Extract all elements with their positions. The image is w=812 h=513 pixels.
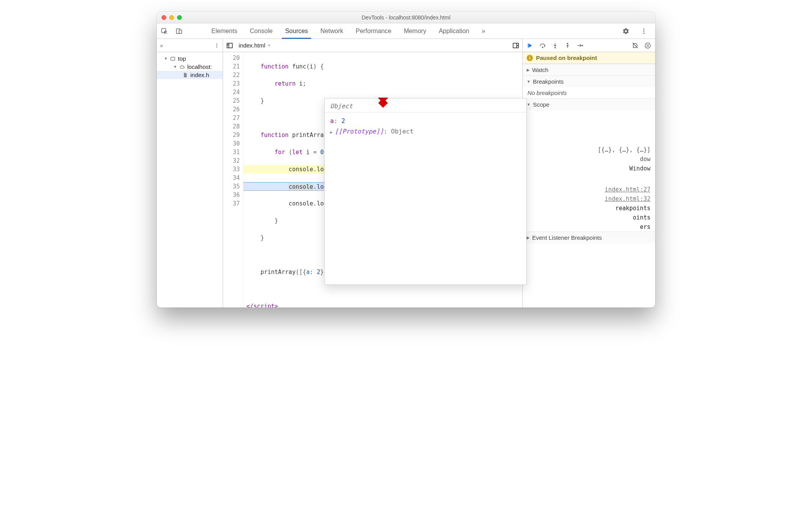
- scope-pane-header[interactable]: ▼ Scope: [523, 98, 655, 110]
- hover-prototype-row[interactable]: ▶[[Prototype]]: Object: [330, 126, 521, 137]
- disclosure-icon: ▼: [527, 102, 531, 107]
- svg-point-3: [643, 28, 645, 30]
- svg-rect-19: [648, 44, 649, 47]
- disclosure-icon: ▼: [164, 56, 168, 61]
- tree-label: top: [178, 55, 186, 62]
- scope-row[interactable]: [{…}, {…}, {…}]: [523, 145, 655, 155]
- svg-point-4: [643, 30, 645, 32]
- paused-banner-text: Paused on breakpoint: [536, 54, 597, 61]
- tabs-overflow-button[interactable]: »: [475, 23, 491, 39]
- devtools-tabbar: Elements Console Sources Network Perform…: [157, 23, 655, 39]
- scope-row[interactable]: dow: [523, 155, 655, 164]
- navigator-more-icon[interactable]: [214, 43, 220, 48]
- tree-origin[interactable]: ▼ localhost:: [157, 63, 223, 71]
- hover-property-row[interactable]: a: 2: [330, 116, 521, 126]
- deactivate-breakpoints-icon[interactable]: [632, 42, 639, 49]
- show-debugger-icon[interactable]: [512, 42, 519, 49]
- svg-point-16: [582, 45, 583, 46]
- disclosure-icon: ▼: [527, 79, 531, 84]
- cloud-icon: [179, 64, 185, 70]
- watch-pane-header[interactable]: ▶ Watch: [523, 64, 655, 76]
- svg-point-17: [645, 43, 650, 48]
- svg-point-8: [216, 46, 217, 47]
- tab-memory[interactable]: Memory: [397, 23, 432, 39]
- close-tab-icon[interactable]: ×: [267, 42, 271, 48]
- pane-title: Breakpoints: [533, 78, 564, 85]
- navigator-overflow-button[interactable]: »: [160, 42, 163, 49]
- scope-value: [{…}, {…}, {…}]: [598, 146, 650, 153]
- pane-title: Event Listener Breakpoints: [532, 234, 602, 241]
- hover-key: a: [330, 117, 334, 125]
- tab-application[interactable]: Application: [432, 23, 475, 39]
- devtools-window: DevTools - localhost:8080/index.html Ele…: [157, 12, 655, 307]
- device-toolbar-icon[interactable]: [172, 23, 186, 39]
- inspect-element-icon[interactable]: [157, 23, 172, 39]
- hover-value: 2: [341, 117, 345, 125]
- svg-rect-9: [171, 57, 175, 60]
- svg-point-7: [216, 45, 217, 46]
- scope-pane-body: [{…}, {…}, {…}] dow Window index.html:27…: [523, 110, 655, 232]
- hover-proto-value: Object: [391, 128, 414, 135]
- step-out-icon[interactable]: [564, 42, 571, 49]
- tab-network[interactable]: Network: [314, 23, 350, 39]
- devtools-tabbar-right: [619, 23, 655, 39]
- svg-rect-12: [528, 43, 529, 47]
- window-title: DevTools - localhost:8080/index.html: [157, 14, 655, 21]
- breakpoints-empty-text: No breakpoints: [523, 87, 655, 98]
- navigator-tree[interactable]: ▼ top ▼ localhost:: [157, 52, 223, 79]
- breakpoints-pane-header[interactable]: ▼ Breakpoints: [523, 76, 655, 87]
- more-menu-icon[interactable]: [636, 28, 651, 35]
- scope-partial-row[interactable]: reakpoints: [523, 204, 655, 213]
- tab-console[interactable]: Console: [244, 23, 279, 39]
- svg-rect-18: [647, 44, 648, 47]
- pane-title: Watch: [532, 67, 548, 73]
- navigator-toolbar: »: [157, 39, 223, 52]
- disclosure-icon: ▶: [527, 68, 530, 72]
- info-icon: i: [527, 55, 533, 61]
- scope-partial-row[interactable]: oints: [523, 213, 655, 222]
- resume-icon[interactable]: [527, 42, 534, 49]
- disclosure-icon: ▶: [330, 130, 332, 134]
- tree-label: index.h: [190, 72, 209, 78]
- hover-popup-body: a: 2 ▶[[Prototype]]: Object: [325, 112, 526, 140]
- hover-popup-title: Object: [325, 98, 526, 112]
- svg-point-6: [216, 43, 217, 44]
- pane-title: Scope: [533, 101, 550, 108]
- disclosure-icon: ▶: [527, 235, 530, 240]
- debugger-panel: i Paused on breakpoint ▶ Watch ▼ Breakpo…: [523, 39, 655, 307]
- step-icon[interactable]: [576, 42, 584, 49]
- tree-top-frame[interactable]: ▼ top: [157, 54, 223, 63]
- svg-point-14: [555, 47, 555, 48]
- svg-point-13: [542, 47, 543, 47]
- tree-label: localhost:: [187, 63, 212, 70]
- line-gutter: 202122232425262728293031323334353637: [223, 52, 243, 307]
- pause-on-exceptions-icon[interactable]: [644, 42, 651, 49]
- scope-row[interactable]: Window: [523, 164, 655, 173]
- file-icon: [183, 72, 188, 78]
- tab-performance[interactable]: Performance: [350, 23, 398, 39]
- titlebar: DevTools - localhost:8080/index.html: [157, 12, 655, 23]
- tab-sources[interactable]: Sources: [279, 23, 314, 39]
- step-into-icon[interactable]: [552, 42, 559, 49]
- event-listener-breakpoints-header[interactable]: ▶ Event Listener Breakpoints: [523, 232, 655, 243]
- tab-elements[interactable]: Elements: [205, 23, 244, 39]
- callframe-link[interactable]: index.html:32: [523, 194, 655, 204]
- navigator-panel: » ▼ top ▼ localhost:: [157, 39, 223, 307]
- svg-rect-2: [179, 30, 182, 33]
- scope-value: Window: [629, 165, 650, 172]
- editor-tab-index-html[interactable]: index.html ×: [236, 40, 273, 50]
- editor-tab-label: index.html: [239, 42, 265, 49]
- scope-partial-row[interactable]: ers: [523, 222, 655, 232]
- value-hover-popup[interactable]: Object a: 2 ▶[[Prototype]]: Object: [324, 98, 527, 285]
- settings-icon[interactable]: [619, 28, 633, 35]
- svg-point-15: [567, 43, 568, 44]
- frame-icon: [170, 56, 176, 61]
- show-navigator-icon[interactable]: [226, 42, 233, 49]
- svg-point-5: [643, 32, 645, 33]
- tree-file-index-html[interactable]: index.h: [157, 71, 223, 79]
- step-over-icon[interactable]: [539, 42, 546, 49]
- editor-tabbar: index.html ×: [223, 39, 522, 52]
- scope-value: dow: [640, 156, 650, 163]
- callframe-link[interactable]: index.html:27: [523, 185, 655, 194]
- paused-banner: i Paused on breakpoint: [523, 52, 655, 64]
